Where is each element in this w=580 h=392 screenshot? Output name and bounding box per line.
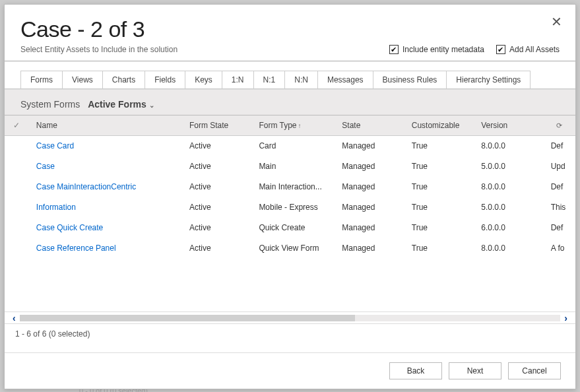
row-checkbox[interactable] [5,156,28,177]
table-row[interactable]: Case CardActiveCardManagedTrue8.0.0.0Def [5,136,575,156]
cell-customizable: True [404,156,473,177]
cell-desc: A fo [543,238,575,259]
checkmark-icon: ✓ [13,121,20,130]
horizontal-scrollbar[interactable] [20,315,561,321]
column-version[interactable]: Version [473,115,542,136]
column-state[interactable]: State [334,115,403,136]
tab-business-rules[interactable]: Business Rules [373,71,447,88]
cell-version: 6.0.0.0 [473,218,542,238]
row-checkbox[interactable] [5,218,28,238]
next-button[interactable]: Next [449,362,501,379]
tab-keys[interactable]: Keys [185,71,222,88]
cell-state: Managed [334,197,403,218]
row-checkbox[interactable] [5,197,28,218]
form-name-link[interactable]: Case Reference Panel [28,238,181,259]
scroll-left-icon[interactable]: ‹ [13,313,16,323]
refresh-grid[interactable]: ⟳ [543,115,575,136]
cell-form-state: Active [181,197,251,218]
tab-messages[interactable]: Messages [317,71,373,88]
cell-version: 8.0.0.0 [473,177,542,197]
checkmark-icon: ✔ [496,45,505,54]
table-row[interactable]: Case Reference PanelActiveQuick View For… [5,238,575,259]
cell-customizable: True [404,218,473,238]
scroll-right-icon[interactable]: › [564,313,567,323]
cell-form-type: Quick View Form [251,238,334,259]
cell-customizable: True [404,197,473,218]
sort-asc-icon: ↑ [298,122,302,129]
include-entity-metadata-checkbox[interactable]: ✔ Include entity metadata [389,45,484,54]
tab-charts[interactable]: Charts [102,71,145,88]
wizard-modal: ✕ Case - 2 of 3 Select Entity Assets to … [4,4,576,389]
cell-form-type: Card [251,136,334,156]
cell-version: 5.0.0.0 [473,156,542,177]
refresh-icon: ⟳ [556,121,562,129]
column-form-state[interactable]: Form State [181,115,251,136]
grid-whitespace [5,259,575,311]
column-name[interactable]: Name [28,115,181,136]
tab-1-n[interactable]: 1:N [222,71,254,88]
cell-form-state: Active [181,177,251,197]
form-name-link[interactable]: Information [28,197,181,218]
close-icon[interactable]: ✕ [551,15,562,28]
form-name-link[interactable]: Case Quick Create [28,218,181,238]
view-selector[interactable]: Active Forms ⌄ [88,99,154,110]
page-subtitle: Select Entity Assets to Include in the s… [20,45,177,54]
tab-n-1[interactable]: N:1 [253,71,286,88]
cell-version: 8.0.0.0 [473,136,542,156]
form-name-link[interactable]: Case Card [28,136,181,156]
cell-form-state: Active [181,156,251,177]
row-checkbox[interactable] [5,238,28,259]
scrollbar-thumb[interactable] [20,315,355,321]
form-name-link[interactable]: Case MainInteractionCentric [28,177,181,197]
cell-form-state: Active [181,136,251,156]
cell-state: Managed [334,156,403,177]
row-checkbox[interactable] [5,177,28,197]
cell-form-type: Mobile - Express [251,197,334,218]
cell-customizable: True [404,238,473,259]
add-all-assets-checkbox[interactable]: ✔ Add All Assets [496,45,560,54]
cell-form-type: Main Interaction... [251,177,334,197]
tab-hierarchy-settings[interactable]: Hierarchy Settings [446,71,531,88]
cell-state: Managed [334,177,403,197]
cell-version: 8.0.0.0 [473,238,542,259]
cell-customizable: True [404,136,473,156]
tab-views[interactable]: Views [62,71,103,88]
tab-forms[interactable]: Forms [20,71,63,88]
cell-form-state: Active [181,238,251,259]
column-form-type[interactable]: Form Type↑ [251,115,334,136]
back-button[interactable]: Back [389,362,442,379]
column-customizable[interactable]: Customizable [404,115,473,136]
cell-desc: Def [543,136,575,156]
add-all-label: Add All Assets [509,45,560,54]
page-title: Case - 2 of 3 [20,16,560,42]
forms-table: ✓ Name Form State Form Type↑ State Custo… [5,115,575,259]
chevron-down-icon: ⌄ [149,102,154,109]
tab-fields[interactable]: Fields [145,71,185,88]
cell-form-type: Main [251,156,334,177]
select-all-header[interactable]: ✓ [5,115,28,136]
cell-desc: This [543,197,575,218]
cell-form-state: Active [181,218,251,238]
include-metadata-label: Include entity metadata [403,45,484,54]
cell-desc: Def [543,218,575,238]
tab-n-n[interactable]: N:N [284,71,318,88]
pager-status: 1 - 6 of 6 (0 selected) [5,323,575,344]
cancel-button[interactable]: Cancel [508,362,561,379]
cell-state: Managed [334,218,403,238]
table-row[interactable]: CaseActiveMainManagedTrue5.0.0.0Upd [5,156,575,177]
row-checkbox[interactable] [5,136,28,156]
form-name-link[interactable]: Case [28,156,181,177]
cell-version: 5.0.0.0 [473,197,542,218]
cell-desc: Upd [543,156,575,177]
cell-customizable: True [404,177,473,197]
cell-desc: Def [543,177,575,197]
cell-form-type: Quick Create [251,218,334,238]
view-prefix: System Forms [20,99,80,110]
checkmark-icon: ✔ [389,45,399,54]
table-row[interactable]: Case MainInteractionCentricActiveMain In… [5,177,575,197]
table-row[interactable]: Case Quick CreateActiveQuick CreateManag… [5,218,575,238]
table-row[interactable]: InformationActiveMobile - ExpressManaged… [5,197,575,218]
cell-state: Managed [334,238,403,259]
cell-state: Managed [334,136,403,156]
